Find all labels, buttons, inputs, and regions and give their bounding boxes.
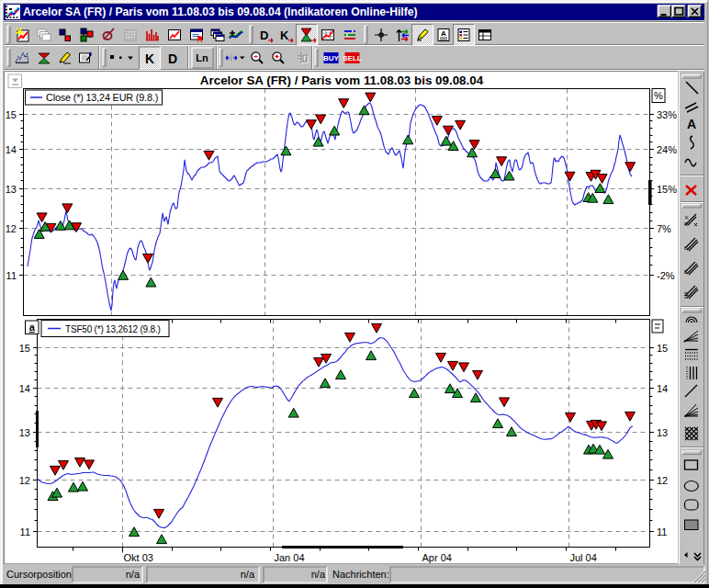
svg-text:Ln: Ln [196,52,208,63]
svg-text:11: 11 [20,526,30,537]
svg-text:15: 15 [19,343,30,354]
svg-text:12: 12 [6,223,17,234]
svg-text:33%: 33% [657,109,677,120]
svg-text:24%: 24% [657,144,677,155]
svg-text:SELL: SELL [343,54,362,62]
svg-text:A: A [687,117,696,131]
svg-text:Jul 04: Jul 04 [570,552,597,563]
svg-text:7%: 7% [657,223,671,234]
svg-text:Nachrichten:: Nachrichten: [332,569,389,580]
svg-text:R: R [684,221,689,227]
svg-text:Arcelor SA (FR) / Paris vom 11: Arcelor SA (FR) / Paris vom 11.08.03 bis… [200,74,484,87]
svg-text:K: K [685,215,689,220]
svg-text:12: 12 [657,475,668,486]
svg-text:15: 15 [657,343,668,354]
svg-text:13: 13 [657,427,668,438]
svg-text:K: K [145,51,154,66]
svg-text:%: % [654,90,663,101]
svg-text:G: G [684,245,689,251]
svg-text:K: K [280,28,289,42]
svg-text:D: D [168,51,177,66]
svg-text:Apr 04: Apr 04 [422,552,452,563]
svg-text:a: a [29,322,36,333]
svg-text:D: D [260,28,268,42]
svg-text:n/a: n/a [241,569,255,580]
svg-text:14: 14 [6,144,17,155]
svg-text:Cursorposition:: Cursorposition: [6,569,74,580]
svg-text:Jan 04: Jan 04 [275,552,305,563]
svg-text:15: 15 [6,109,17,120]
svg-text:BUY: BUY [323,54,340,62]
svg-text:11: 11 [657,526,667,537]
svg-text:11: 11 [6,270,17,281]
svg-text:E: E [684,269,688,275]
svg-text:Close (*) 13,24 EUR (9.8.): Close (*) 13,24 EUR (9.8.) [46,92,158,103]
svg-text:13: 13 [19,427,30,438]
svg-text:TSF50 (*) 13,2612 (9.8.): TSF50 (*) 13,2612 (9.8.) [65,324,161,334]
svg-text:n/a: n/a [126,569,141,580]
svg-text:15%: 15% [657,184,677,195]
svg-text:12: 12 [19,475,30,486]
svg-text:14: 14 [19,383,30,394]
svg-text:A: A [441,29,446,38]
svg-text:13: 13 [6,184,17,195]
svg-text:-2%: -2% [657,270,675,281]
svg-text:14: 14 [657,383,668,394]
svg-text:n/a: n/a [311,569,326,580]
svg-text:Arcelor SA (FR) / Paris vom 11: Arcelor SA (FR) / Paris vom 11.08.03 bis… [23,6,418,18]
svg-text:Okt 03: Okt 03 [124,552,153,563]
